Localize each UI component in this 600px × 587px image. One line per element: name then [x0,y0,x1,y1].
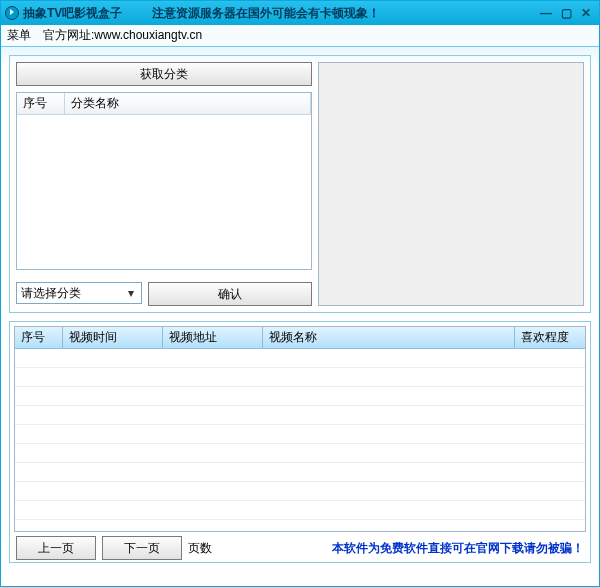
list-row [15,349,585,368]
list-row [15,463,585,482]
app-icon [5,6,19,20]
titlebar: 抽象TV吧影视盒子 注意资源服务器在国外可能会有卡顿现象！ — ▢ ✕ [1,1,599,25]
category-body [17,115,311,269]
app-window: 抽象TV吧影视盒子 注意资源服务器在国外可能会有卡顿现象！ — ▢ ✕ 菜单 官… [0,0,600,587]
list-row [15,425,585,444]
list-row [15,444,585,463]
confirm-button[interactable]: 确认 [148,282,312,306]
menubar: 菜单 官方网址:www.chouxiangtv.cn [1,25,599,47]
video-listview[interactable]: 序号 视频时间 视频地址 视频名称 喜欢程度 [14,326,586,532]
get-category-button[interactable]: 获取分类 [16,62,312,86]
menu-main[interactable]: 菜单 [7,27,31,44]
category-select[interactable]: ▾ [16,282,142,306]
footer-note: 本软件为免费软件直接可在官网下载请勿被骗！ [332,540,584,557]
category-controls: ▾ 确认 [16,282,312,306]
col-video-index[interactable]: 序号 [15,327,63,348]
top-group: 获取分类 序号 分类名称 ▾ 确认 [9,55,591,313]
official-site-label: 官方网址:www.chouxiangtv.cn [43,27,202,44]
list-row [15,368,585,387]
col-video-time[interactable]: 视频时间 [63,327,163,348]
col-category-name[interactable]: 分类名称 [65,93,311,114]
list-row [15,406,585,425]
video-header: 序号 视频时间 视频地址 视频名称 喜欢程度 [15,327,585,349]
video-body [15,349,585,531]
pages-label: 页数 [188,540,212,557]
category-panel: 获取分类 序号 分类名称 ▾ 确认 [16,62,312,306]
close-button[interactable]: ✕ [577,5,595,21]
minimize-button[interactable]: — [537,5,555,21]
preview-pane [318,62,584,306]
list-row [15,387,585,406]
bottom-group: 序号 视频时间 视频地址 视频名称 喜欢程度 [9,321,591,563]
category-header: 序号 分类名称 [17,93,311,115]
prev-page-button[interactable]: 上一页 [16,536,96,560]
category-select-input[interactable] [16,282,142,304]
titlebar-notice: 注意资源服务器在国外可能会有卡顿现象！ [152,5,380,22]
col-index[interactable]: 序号 [17,93,65,114]
col-video-url[interactable]: 视频地址 [163,327,263,348]
col-video-rating[interactable]: 喜欢程度 [515,327,585,348]
next-page-button[interactable]: 下一页 [102,536,182,560]
list-row [15,501,585,520]
category-listview[interactable]: 序号 分类名称 [16,92,312,270]
content-area: 获取分类 序号 分类名称 ▾ 确认 [1,47,599,586]
list-row [15,482,585,501]
maximize-button[interactable]: ▢ [557,5,575,21]
footer-bar: 上一页 下一页 页数 本软件为免费软件直接可在官网下载请勿被骗！ [14,532,586,560]
app-title: 抽象TV吧影视盒子 [23,5,122,22]
col-video-name[interactable]: 视频名称 [263,327,515,348]
